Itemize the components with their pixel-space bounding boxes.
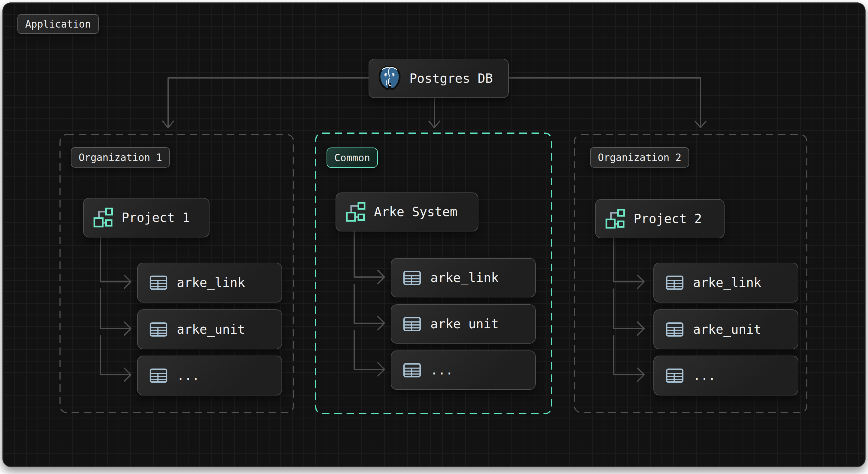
postgresql-elephant-icon xyxy=(377,65,402,92)
project-nodes-icon xyxy=(345,201,367,223)
postgres-db-label: Postgres DB xyxy=(409,72,493,85)
edge-project1-to-more xyxy=(100,336,131,381)
arke-system-node: Arke System xyxy=(336,193,478,232)
table-icon xyxy=(149,322,168,337)
edge-arkesystem-to-arke-link xyxy=(354,231,384,283)
project1-label: Project 1 xyxy=(122,211,190,224)
table-label: ... xyxy=(430,364,453,377)
table-label: arke_link xyxy=(693,276,762,289)
common-table-arke-unit: arke_unit xyxy=(391,304,536,344)
edge-project1-to-arke-unit xyxy=(100,289,131,335)
table-icon xyxy=(403,270,422,285)
application-label: Application xyxy=(25,19,91,29)
project2-label: Project 2 xyxy=(633,212,702,225)
table-label: arke_unit xyxy=(693,323,762,336)
table-icon xyxy=(149,368,168,383)
edge-postgres-to-org1 xyxy=(163,78,369,128)
org1-table-more: ... xyxy=(137,356,282,396)
org2-table-arke-unit: arke_unit xyxy=(653,309,798,349)
edge-project2-to-arke-unit xyxy=(614,289,644,335)
org2-table-more: ... xyxy=(653,356,798,396)
org2-label: Organization 2 xyxy=(598,153,681,163)
common-table-more: ... xyxy=(391,350,536,390)
org1-table-arke-link: arke_link xyxy=(137,263,282,303)
project1-node: Project 1 xyxy=(83,198,210,237)
table-label: arke_link xyxy=(430,272,499,284)
org2-table-arke-link: arke_link xyxy=(653,263,798,303)
table-icon xyxy=(403,316,422,332)
table-label: arke_unit xyxy=(177,323,245,336)
table-icon xyxy=(665,368,684,383)
project-nodes-icon xyxy=(92,207,114,229)
org1-label: Organization 1 xyxy=(79,153,162,163)
postgres-db-node: Postgres DB xyxy=(369,59,509,98)
org2-label-chip: Organization 2 xyxy=(590,147,689,168)
table-icon xyxy=(149,275,168,290)
table-label: ... xyxy=(177,369,199,382)
edge-postgres-to-common xyxy=(429,98,440,128)
org1-label-chip: Organization 1 xyxy=(71,147,170,168)
table-label: arke_unit xyxy=(430,318,499,330)
table-icon xyxy=(403,363,422,378)
table-label: arke_link xyxy=(177,276,245,289)
project2-node: Project 2 xyxy=(595,199,724,238)
edge-project2-to-arke-link xyxy=(614,238,644,289)
org1-table-arke-unit: arke_unit xyxy=(137,309,282,349)
application-label-chip: Application xyxy=(18,14,99,34)
project-nodes-icon xyxy=(604,208,626,230)
edge-arkesystem-to-more xyxy=(354,330,384,376)
diagram-page: { "diagram": { "application_label": "App… xyxy=(0,0,868,474)
edge-postgres-to-org2 xyxy=(499,78,706,128)
edge-arkesystem-to-arke-unit xyxy=(354,284,384,330)
arke-system-label: Arke System xyxy=(374,206,457,218)
edge-project1-to-arke-link xyxy=(100,237,131,289)
table-label: ... xyxy=(693,369,716,382)
common-table-arke-link: arke_link xyxy=(391,258,536,297)
edge-project2-to-more xyxy=(614,336,644,381)
table-icon xyxy=(665,322,684,337)
table-icon xyxy=(665,275,684,290)
common-label: Common xyxy=(334,153,370,163)
common-label-chip: Common xyxy=(327,147,378,168)
